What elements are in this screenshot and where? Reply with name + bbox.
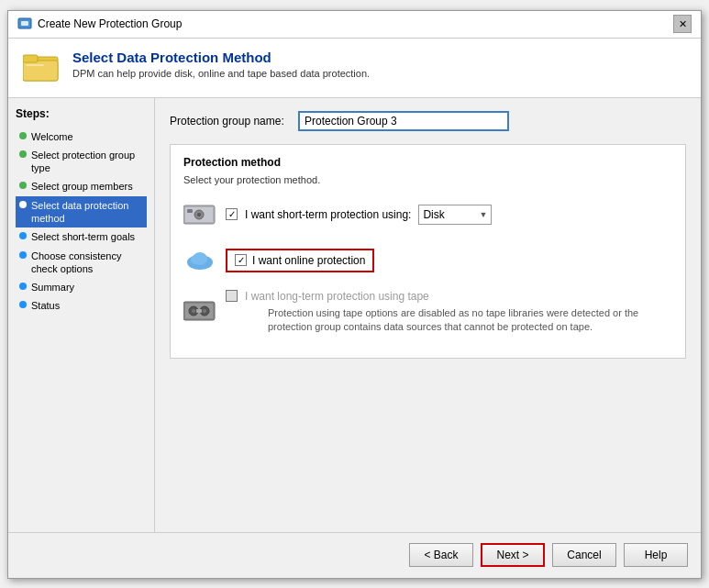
group-name-label: Protection group name: <box>170 115 289 128</box>
close-button[interactable]: ✕ <box>673 15 692 33</box>
step-dot-short-term <box>19 232 27 239</box>
svg-point-11 <box>197 213 201 216</box>
header-title: Select Data Protection Method <box>72 50 370 65</box>
group-name-input[interactable] <box>298 111 509 131</box>
step-dot-data-protection <box>19 201 27 208</box>
disk-checkbox[interactable] <box>226 208 238 220</box>
back-button[interactable]: < Back <box>409 543 473 567</box>
body: Steps: Welcome Select protection group t… <box>8 98 701 532</box>
sidebar-item-label: Choose consistency check options <box>31 250 143 276</box>
svg-point-23 <box>203 309 206 313</box>
dialog-title: Create New Protection Group <box>38 17 182 30</box>
title-bar: Create New Protection Group ✕ <box>8 11 701 39</box>
sidebar-item-status[interactable]: Status <box>16 296 147 315</box>
sidebar-item-welcome[interactable]: Welcome <box>16 128 147 146</box>
online-option-box: I want online protection <box>226 249 374 272</box>
tape-option-content: I want long-term protection using tape P… <box>226 290 672 335</box>
tape-checkbox-row: I want long-term protection using tape <box>226 290 672 303</box>
sidebar-item-data-protection[interactable]: Select data protection method <box>16 196 147 228</box>
svg-rect-1 <box>21 21 28 26</box>
section-desc: Select your protection method. <box>183 174 672 185</box>
online-checkbox[interactable] <box>235 254 247 266</box>
step-dot-summary <box>19 283 27 290</box>
online-option-label: I want online protection <box>252 254 365 267</box>
header-text: Select Data Protection Method DPM can he… <box>72 50 370 79</box>
header-icon <box>23 50 60 86</box>
cancel-button[interactable]: Cancel <box>552 543 616 567</box>
step-dot-status <box>19 301 27 308</box>
chevron-down-icon: ▼ <box>480 210 488 219</box>
step-dot-group-members <box>19 182 27 189</box>
svg-rect-4 <box>23 61 58 81</box>
svg-point-21 <box>192 309 195 313</box>
sidebar-item-group-members[interactable]: Select group members <box>16 177 147 195</box>
header: Select Data Protection Method DPM can he… <box>8 39 701 98</box>
svg-rect-6 <box>23 55 38 62</box>
sidebar-item-group-type[interactable]: Select protection group type <box>16 146 147 178</box>
sidebar-item-consistency-check[interactable]: Choose consistency check options <box>16 247 147 279</box>
sidebar-item-label: Status <box>31 299 60 312</box>
svg-rect-24 <box>196 309 202 313</box>
header-subtitle: DPM can help provide disk, online and ta… <box>72 68 370 79</box>
svg-rect-12 <box>187 209 193 213</box>
svg-point-17 <box>191 255 200 264</box>
disk-option: I want short-term protection using: Disk… <box>183 198 672 231</box>
group-name-row: Protection group name: <box>170 111 686 131</box>
disk-dropdown-value: Disk <box>423 208 444 221</box>
tape-option-label: I want long-term protection using tape <box>245 290 429 303</box>
tape-checkbox[interactable] <box>226 290 238 302</box>
online-option: I want online protection <box>183 244 672 277</box>
step-dot-welcome <box>19 132 27 139</box>
sidebar-item-label: Summary <box>31 281 74 294</box>
cloud-icon <box>183 244 216 277</box>
step-dot-consistency <box>19 251 27 259</box>
disk-dropdown[interactable]: Disk ▼ <box>418 205 492 225</box>
section-title: Protection method <box>183 156 672 169</box>
disk-option-content: I want short-term protection using: Disk… <box>226 205 672 225</box>
disk-option-label: I want short-term protection using: <box>245 208 411 221</box>
sidebar-item-label: Welcome <box>31 130 73 143</box>
tape-option: I want long-term protection using tape P… <box>183 290 672 335</box>
online-option-content: I want online protection <box>226 249 672 272</box>
dialog: Create New Protection Group ✕ Select Dat… <box>7 10 702 579</box>
dialog-icon <box>17 17 32 31</box>
step-dot-group-type <box>19 150 27 158</box>
disk-icon <box>183 198 216 231</box>
next-button[interactable]: Next > <box>481 543 545 567</box>
sidebar-item-short-term-goals[interactable]: Select short-term goals <box>16 227 147 246</box>
svg-rect-7 <box>26 64 44 66</box>
tape-icon <box>183 295 216 328</box>
sidebar-item-label: Select protection group type <box>31 149 143 175</box>
steps-title: Steps: <box>16 107 147 120</box>
sidebar-item-label: Select short-term goals <box>31 230 135 243</box>
sidebar-item-label: Select data protection method <box>31 199 143 226</box>
footer: < Back Next > Cancel Help <box>8 532 701 578</box>
main-content: Protection group name: Protection method… <box>155 98 701 532</box>
sidebar: Steps: Welcome Select protection group t… <box>8 98 155 532</box>
tape-note: Protection using tape options are disabl… <box>268 306 653 335</box>
sidebar-item-summary[interactable]: Summary <box>16 278 147 296</box>
protection-method-section: Protection method Select your protection… <box>170 144 686 360</box>
help-button[interactable]: Help <box>624 543 688 567</box>
title-bar-left: Create New Protection Group <box>17 17 182 31</box>
sidebar-item-label: Select group members <box>31 180 133 193</box>
